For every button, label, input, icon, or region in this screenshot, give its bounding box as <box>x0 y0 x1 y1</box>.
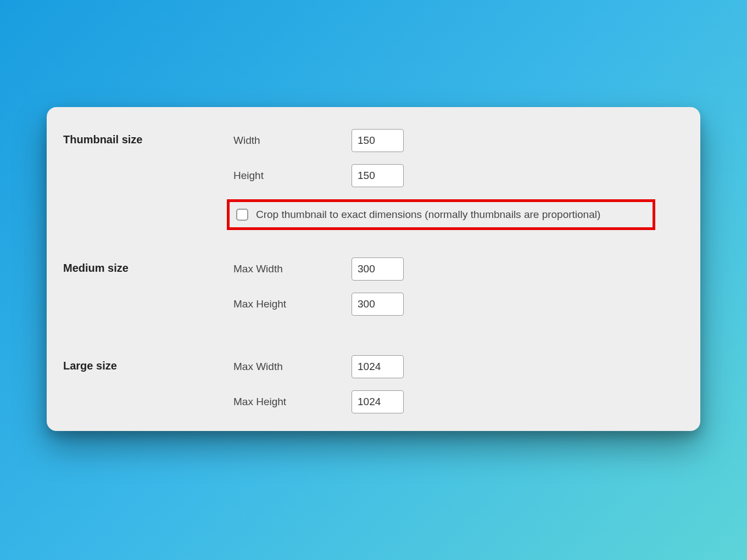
large-max-height-input[interactable] <box>352 390 404 413</box>
thumbnail-height-input[interactable] <box>352 164 404 187</box>
settings-panel: Thumbnail size Width Height Crop thumbna… <box>47 107 700 431</box>
medium-max-height-input[interactable] <box>352 293 404 316</box>
large-max-width-row: Max Width <box>233 355 684 378</box>
medium-section-label: Medium size <box>63 257 233 275</box>
medium-max-height-label: Max Height <box>233 298 352 310</box>
medium-fields: Max Width Max Height <box>233 257 684 328</box>
thumbnail-height-row: Height <box>233 164 684 187</box>
crop-thumbnail-label: Crop thumbnail to exact dimensions (norm… <box>256 209 600 221</box>
thumbnail-width-row: Width <box>233 129 684 152</box>
medium-section: Medium size Max Width Max Height <box>63 257 684 328</box>
large-max-height-label: Max Height <box>233 396 352 408</box>
thumbnail-width-label: Width <box>233 135 352 147</box>
medium-max-width-input[interactable] <box>352 257 404 281</box>
crop-thumbnail-highlight: Crop thumbnail to exact dimensions (norm… <box>227 199 655 230</box>
large-section-label: Large size <box>63 355 233 372</box>
medium-max-width-label: Max Width <box>233 263 352 275</box>
thumbnail-section-label: Thumbnail size <box>63 129 233 146</box>
thumbnail-section: Thumbnail size Width Height Crop thumbna… <box>63 129 684 230</box>
medium-max-height-row: Max Height <box>233 293 684 316</box>
crop-thumbnail-checkbox[interactable] <box>236 209 248 221</box>
thumbnail-width-input[interactable] <box>352 129 404 152</box>
large-max-width-input[interactable] <box>352 355 404 378</box>
thumbnail-fields: Width Height Crop thumbnail to exact dim… <box>233 129 684 230</box>
thumbnail-height-label: Height <box>233 170 352 182</box>
medium-max-width-row: Max Width <box>233 257 684 281</box>
large-max-height-row: Max Height <box>233 390 684 413</box>
large-fields: Max Width Max Height <box>233 355 684 425</box>
large-max-width-label: Max Width <box>233 361 352 373</box>
large-section: Large size Max Width Max Height <box>63 355 684 425</box>
